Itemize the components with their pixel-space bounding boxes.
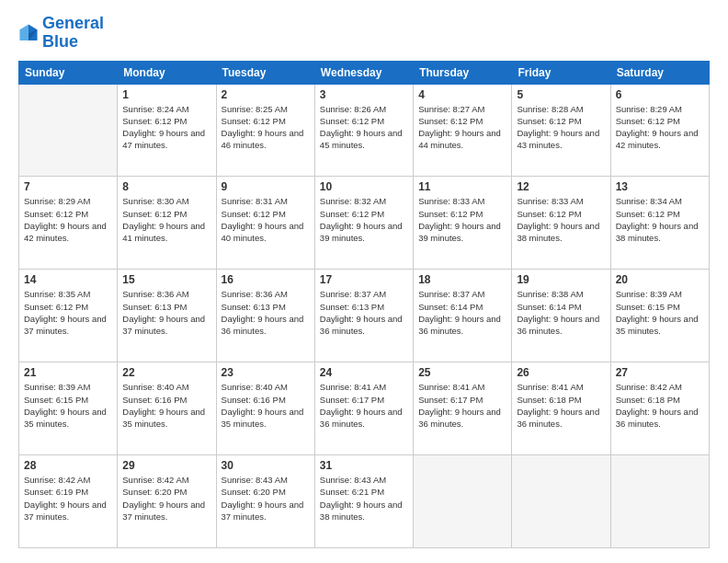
calendar-cell: 2Sunrise: 8:25 AMSunset: 6:12 PMDaylight… — [216, 84, 314, 177]
day-number: 12 — [517, 180, 605, 193]
calendar-cell: 19Sunrise: 8:38 AMSunset: 6:14 PMDayligh… — [512, 270, 610, 362]
day-number: 24 — [320, 366, 408, 379]
day-info: Sunrise: 8:39 AMSunset: 6:15 PMDaylight:… — [616, 288, 704, 337]
day-number: 22 — [122, 366, 210, 379]
day-info: Sunrise: 8:38 AMSunset: 6:14 PMDaylight:… — [517, 288, 605, 337]
day-info: Sunrise: 8:43 AMSunset: 6:21 PMDaylight:… — [320, 474, 408, 523]
calendar-cell: 6Sunrise: 8:29 AMSunset: 6:12 PMDaylight… — [610, 84, 709, 177]
calendar-week-row: 1Sunrise: 8:24 AMSunset: 6:12 PMDaylight… — [19, 84, 710, 177]
day-info: Sunrise: 8:42 AMSunset: 6:19 PMDaylight:… — [24, 474, 112, 523]
day-number: 29 — [122, 459, 210, 472]
day-header-thursday: Thursday — [414, 61, 512, 84]
day-number: 10 — [320, 180, 408, 193]
calendar-cell: 27Sunrise: 8:42 AMSunset: 6:18 PMDayligh… — [610, 362, 709, 455]
day-number: 9 — [222, 180, 310, 193]
calendar-cell — [414, 455, 512, 548]
day-info: Sunrise: 8:32 AMSunset: 6:12 PMDaylight:… — [320, 195, 408, 244]
calendar-cell: 12Sunrise: 8:33 AMSunset: 6:12 PMDayligh… — [512, 177, 610, 270]
calendar-cell: 11Sunrise: 8:33 AMSunset: 6:12 PMDayligh… — [414, 177, 512, 270]
day-number: 8 — [122, 180, 210, 193]
day-number: 14 — [24, 273, 112, 286]
calendar-cell: 30Sunrise: 8:43 AMSunset: 6:20 PMDayligh… — [216, 455, 314, 548]
page: General Blue SundayMondayTuesdayWednesda… — [0, 0, 728, 563]
svg-marker-1 — [19, 24, 28, 40]
calendar-cell: 25Sunrise: 8:41 AMSunset: 6:17 PMDayligh… — [414, 362, 512, 455]
calendar-cell — [19, 84, 118, 177]
day-info: Sunrise: 8:25 AMSunset: 6:12 PMDaylight:… — [222, 103, 310, 152]
day-number: 20 — [616, 273, 704, 286]
day-number: 26 — [517, 366, 605, 379]
calendar-cell: 4Sunrise: 8:27 AMSunset: 6:12 PMDaylight… — [414, 84, 512, 177]
day-info: Sunrise: 8:29 AMSunset: 6:12 PMDaylight:… — [24, 195, 112, 244]
day-number: 27 — [616, 366, 704, 379]
calendar-cell: 31Sunrise: 8:43 AMSunset: 6:21 PMDayligh… — [314, 455, 413, 548]
calendar-cell: 26Sunrise: 8:41 AMSunset: 6:18 PMDayligh… — [512, 362, 610, 455]
day-info: Sunrise: 8:35 AMSunset: 6:12 PMDaylight:… — [24, 288, 112, 337]
calendar-cell: 10Sunrise: 8:32 AMSunset: 6:12 PMDayligh… — [314, 177, 413, 270]
calendar-cell: 9Sunrise: 8:31 AMSunset: 6:12 PMDaylight… — [216, 177, 314, 270]
day-header-sunday: Sunday — [19, 61, 118, 84]
day-number: 30 — [222, 459, 310, 472]
day-number: 7 — [24, 180, 112, 193]
day-number: 1 — [122, 88, 210, 101]
day-info: Sunrise: 8:43 AMSunset: 6:20 PMDaylight:… — [222, 474, 310, 523]
calendar-week-row: 28Sunrise: 8:42 AMSunset: 6:19 PMDayligh… — [19, 455, 710, 548]
day-info: Sunrise: 8:37 AMSunset: 6:13 PMDaylight:… — [320, 288, 408, 337]
day-info: Sunrise: 8:41 AMSunset: 6:18 PMDaylight:… — [517, 381, 605, 430]
calendar-table: SundayMondayTuesdayWednesdayThursdayFrid… — [18, 61, 710, 548]
logo-text: General Blue — [42, 15, 104, 52]
logo: General Blue — [18, 15, 104, 52]
day-number: 18 — [418, 273, 506, 286]
day-header-monday: Monday — [118, 61, 216, 84]
day-info: Sunrise: 8:24 AMSunset: 6:12 PMDaylight:… — [122, 103, 210, 152]
day-number: 13 — [616, 180, 704, 193]
calendar-cell: 7Sunrise: 8:29 AMSunset: 6:12 PMDaylight… — [19, 177, 118, 270]
day-number: 17 — [320, 273, 408, 286]
day-number: 23 — [222, 366, 310, 379]
calendar-cell: 15Sunrise: 8:36 AMSunset: 6:13 PMDayligh… — [118, 270, 216, 362]
calendar-cell: 1Sunrise: 8:24 AMSunset: 6:12 PMDaylight… — [118, 84, 216, 177]
day-info: Sunrise: 8:26 AMSunset: 6:12 PMDaylight:… — [320, 103, 408, 152]
day-number: 19 — [517, 273, 605, 286]
day-number: 11 — [418, 180, 506, 193]
day-info: Sunrise: 8:42 AMSunset: 6:20 PMDaylight:… — [122, 474, 210, 523]
day-info: Sunrise: 8:41 AMSunset: 6:17 PMDaylight:… — [320, 381, 408, 430]
day-info: Sunrise: 8:36 AMSunset: 6:13 PMDaylight:… — [122, 288, 210, 337]
day-info: Sunrise: 8:39 AMSunset: 6:15 PMDaylight:… — [24, 381, 112, 430]
calendar-cell: 29Sunrise: 8:42 AMSunset: 6:20 PMDayligh… — [118, 455, 216, 548]
day-info: Sunrise: 8:28 AMSunset: 6:12 PMDaylight:… — [517, 103, 605, 152]
day-info: Sunrise: 8:31 AMSunset: 6:12 PMDaylight:… — [222, 195, 310, 244]
day-number: 5 — [517, 88, 605, 101]
calendar-cell: 23Sunrise: 8:40 AMSunset: 6:16 PMDayligh… — [216, 362, 314, 455]
calendar-cell — [512, 455, 610, 548]
day-number: 15 — [122, 273, 210, 286]
day-header-friday: Friday — [512, 61, 610, 84]
day-number: 16 — [222, 273, 310, 286]
calendar-cell: 20Sunrise: 8:39 AMSunset: 6:15 PMDayligh… — [610, 270, 709, 362]
calendar-cell: 22Sunrise: 8:40 AMSunset: 6:16 PMDayligh… — [118, 362, 216, 455]
day-info: Sunrise: 8:33 AMSunset: 6:12 PMDaylight:… — [517, 195, 605, 244]
day-info: Sunrise: 8:29 AMSunset: 6:12 PMDaylight:… — [616, 103, 704, 152]
day-info: Sunrise: 8:30 AMSunset: 6:12 PMDaylight:… — [122, 195, 210, 244]
calendar-week-row: 14Sunrise: 8:35 AMSunset: 6:12 PMDayligh… — [19, 270, 710, 362]
day-info: Sunrise: 8:36 AMSunset: 6:13 PMDaylight:… — [222, 288, 310, 337]
day-info: Sunrise: 8:42 AMSunset: 6:18 PMDaylight:… — [616, 381, 704, 430]
day-info: Sunrise: 8:37 AMSunset: 6:14 PMDaylight:… — [418, 288, 506, 337]
day-number: 3 — [320, 88, 408, 101]
calendar-cell: 3Sunrise: 8:26 AMSunset: 6:12 PMDaylight… — [314, 84, 413, 177]
day-header-saturday: Saturday — [610, 61, 709, 84]
calendar-cell: 5Sunrise: 8:28 AMSunset: 6:12 PMDaylight… — [512, 84, 610, 177]
day-header-wednesday: Wednesday — [314, 61, 413, 84]
day-number: 31 — [320, 459, 408, 472]
calendar-cell: 14Sunrise: 8:35 AMSunset: 6:12 PMDayligh… — [19, 270, 118, 362]
day-number: 2 — [222, 88, 310, 101]
calendar-cell: 24Sunrise: 8:41 AMSunset: 6:17 PMDayligh… — [314, 362, 413, 455]
day-info: Sunrise: 8:34 AMSunset: 6:12 PMDaylight:… — [616, 195, 704, 244]
header: General Blue — [18, 15, 710, 52]
calendar-week-row: 7Sunrise: 8:29 AMSunset: 6:12 PMDaylight… — [19, 177, 710, 270]
calendar-cell: 28Sunrise: 8:42 AMSunset: 6:19 PMDayligh… — [19, 455, 118, 548]
calendar-cell: 16Sunrise: 8:36 AMSunset: 6:13 PMDayligh… — [216, 270, 314, 362]
calendar-cell — [610, 455, 709, 548]
day-info: Sunrise: 8:40 AMSunset: 6:16 PMDaylight:… — [222, 381, 310, 430]
calendar-cell: 21Sunrise: 8:39 AMSunset: 6:15 PMDayligh… — [19, 362, 118, 455]
